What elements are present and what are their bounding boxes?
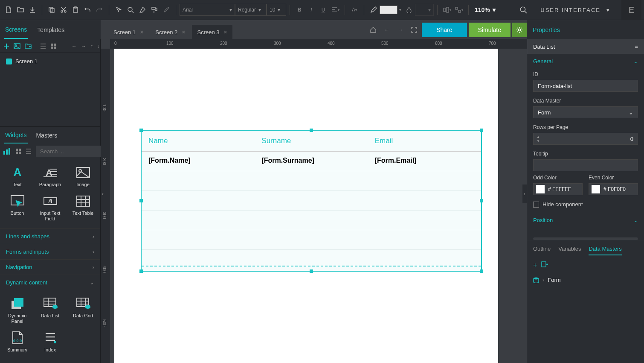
accordion-navigation[interactable]: Navigation› [0, 259, 100, 275]
fit-icon[interactable] [408, 24, 420, 36]
close-icon[interactable]: × [182, 29, 185, 35]
add-folder-icon[interactable] [25, 42, 32, 50]
widget-paragraph[interactable]: AParagraph [34, 162, 67, 191]
close-icon[interactable]: × [140, 29, 143, 35]
undo-icon[interactable] [81, 4, 93, 16]
widget-image[interactable]: Image [67, 162, 99, 191]
font-family-select[interactable]: Arial▾ [180, 4, 235, 16]
tooltip-input[interactable] [533, 159, 638, 171]
paste-icon[interactable] [70, 4, 81, 16]
data-cell[interactable]: [Form.Surname] [255, 152, 368, 171]
canvas-page[interactable]: Name Surname Email [Form.Name] [Form.Sur… [114, 49, 498, 363]
font-weight-select[interactable]: Regular▾ [235, 4, 267, 16]
home-icon[interactable] [367, 24, 379, 36]
settings-button[interactable] [512, 23, 527, 37]
tab-widgets[interactable]: Widgets [4, 127, 28, 143]
download-icon[interactable] [26, 4, 38, 16]
widget-table[interactable]: Text Table [67, 191, 99, 225]
resize-handle[interactable] [139, 129, 143, 132]
open-folder-icon[interactable] [15, 4, 26, 16]
number-stepper[interactable]: ▲▼ [534, 135, 543, 143]
arrow-right-icon[interactable]: → [81, 42, 86, 50]
simulate-button[interactable]: Simulate [469, 23, 511, 37]
widget-dynamic-panel[interactable]: Dynamic Panel [1, 293, 34, 328]
copy-icon[interactable] [46, 4, 58, 16]
data-master-select[interactable]: Form⌄ [533, 106, 638, 118]
tab-outline[interactable]: Outline [533, 246, 551, 255]
pointer-icon[interactable] [113, 4, 125, 16]
opacity-icon[interactable] [403, 4, 415, 16]
add-image-icon[interactable] [14, 42, 20, 50]
nav-back-icon[interactable]: ← [381, 24, 393, 36]
resize-handle[interactable] [139, 269, 143, 273]
canvas-tab[interactable]: Screen 3× [192, 25, 232, 39]
import-data-master-icon[interactable] [541, 261, 548, 269]
arrow-up-icon[interactable]: ↑ [90, 42, 93, 50]
workspace-select[interactable]: USER INTERFACE▾ [529, 0, 621, 20]
expand-left-icon[interactable]: ‹ [101, 184, 105, 203]
share-button[interactable]: Share [422, 23, 467, 37]
accordion-forms-inputs[interactable]: Forms and inputs› [0, 244, 100, 259]
font-size-select[interactable]: 10▾ [267, 4, 286, 16]
resize-handle[interactable] [310, 129, 313, 132]
hide-component-checkbox[interactable]: Hide component [527, 199, 644, 213]
fill-color-swatch[interactable] [380, 6, 397, 14]
text-color-icon[interactable]: A▾ [348, 4, 360, 16]
arrow-left-icon[interactable]: ← [72, 42, 77, 50]
section-general[interactable]: General⌄ [527, 54, 644, 69]
align-objects-icon[interactable]: ▾ [441, 4, 453, 16]
widget-index[interactable]: Index [34, 328, 67, 356]
data-cell[interactable]: [Form.Email] [368, 152, 481, 171]
widget-input[interactable]: AInput Text Field [34, 191, 67, 225]
list-view-icon[interactable] [40, 42, 46, 50]
even-color-input[interactable]: # F0F0F0 [589, 183, 638, 195]
tab-properties[interactable]: Properties [527, 20, 644, 39]
chart-view-icon[interactable] [3, 147, 11, 155]
zoom-select[interactable]: 110%▾ [472, 4, 498, 16]
new-file-icon[interactable] [3, 4, 15, 16]
resize-handle[interactable] [139, 199, 143, 202]
nav-forward-icon[interactable]: → [395, 24, 406, 36]
close-icon[interactable]: × [224, 29, 227, 35]
column-header[interactable]: Email [368, 131, 481, 151]
add-screen-icon[interactable] [3, 42, 9, 50]
eraser-icon[interactable] [136, 4, 148, 16]
data-list-element[interactable]: Name Surname Email [Form.Name] [Form.Sur… [141, 130, 482, 272]
tab-templates[interactable]: Templates [36, 21, 65, 38]
rows-per-page-input[interactable]: ▲▼0 [533, 133, 638, 145]
grid-view-icon[interactable] [15, 147, 21, 155]
section-position[interactable]: Position⌄ [527, 213, 644, 228]
widget-text[interactable]: AText [1, 162, 34, 191]
add-data-master-icon[interactable]: + [533, 261, 537, 269]
pencil-icon[interactable] [368, 4, 380, 16]
odd-color-input[interactable]: # FFFFFF [533, 183, 583, 195]
menu-icon[interactable]: ≡ [635, 44, 638, 50]
scrollbar[interactable] [533, 237, 638, 240]
color-swatch[interactable] [592, 185, 600, 193]
color-swatch[interactable] [536, 185, 545, 193]
arrow-down-icon[interactable]: ↓ [97, 42, 100, 50]
data-master-item[interactable]: › Form [527, 274, 644, 286]
format-painter-icon[interactable] [148, 4, 160, 16]
redo-icon[interactable] [93, 4, 105, 16]
cut-icon[interactable] [58, 4, 70, 16]
widget-data-grid[interactable]: Data Grid [67, 293, 99, 328]
chevron-down-icon[interactable]: ▾ [399, 8, 401, 12]
column-header[interactable]: Surname [255, 131, 368, 151]
widget-summary[interactable]: 0 0 0Summary [1, 328, 34, 356]
search-icon[interactable] [517, 4, 529, 16]
column-header[interactable]: Name [142, 131, 255, 151]
accordion-dynamic-content[interactable]: Dynamic content⌄ [0, 275, 100, 290]
underline-icon[interactable]: U [317, 4, 329, 16]
widget-button[interactable]: Button [1, 191, 34, 225]
tab-screens[interactable]: Screens [4, 21, 28, 39]
canvas-tab[interactable]: Screen 1× [108, 25, 148, 39]
data-cell[interactable]: [Form.Name] [142, 152, 255, 171]
screen-item[interactable]: Screen 1 [0, 56, 100, 67]
resize-handle[interactable] [480, 269, 483, 273]
resize-handle[interactable] [480, 199, 483, 202]
tab-variables[interactable]: Variables [558, 246, 581, 255]
bold-icon[interactable]: B [293, 4, 305, 16]
distribute-icon[interactable]: ▾ [453, 4, 465, 16]
tab-masters[interactable]: Masters [35, 128, 58, 143]
